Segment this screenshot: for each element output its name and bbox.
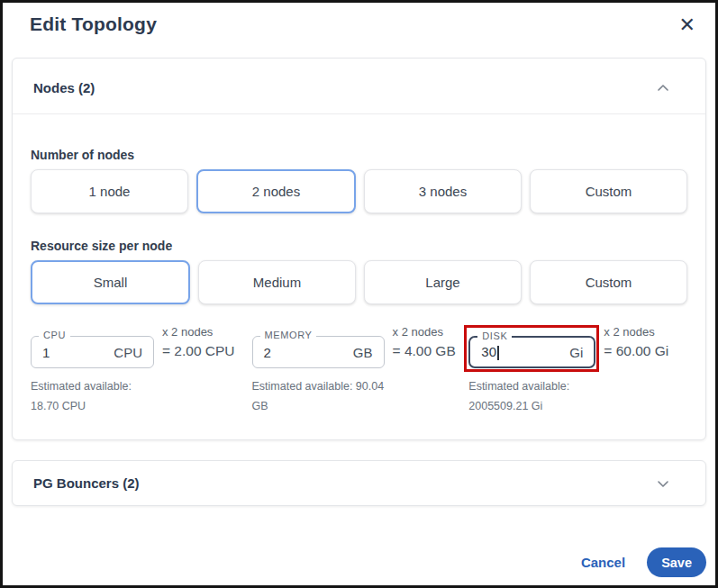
save-button[interactable]: Save <box>647 547 706 577</box>
memory-resource-column: MEMORY 2 GB x 2 nodes = 4.00 GB Estimate… <box>252 324 469 416</box>
option-2-nodes[interactable]: 2 nodes <box>196 169 356 213</box>
disk-input-value: 30 <box>481 344 498 360</box>
close-icon[interactable]: ✕ <box>676 14 699 37</box>
resource-size-label: Resource size per node <box>31 239 687 253</box>
memory-total: = 4.00 GB <box>393 343 456 359</box>
cpu-input-unit: CPU <box>114 345 142 360</box>
resource-inputs-row: CPU 1 CPU x 2 nodes = 2.00 CPU Estimated… <box>31 324 687 416</box>
disk-estimated-available: Estimated available: 2005509.21 Gi <box>468 376 613 416</box>
disk-input-label: DISK <box>477 330 512 341</box>
text-cursor <box>497 346 499 360</box>
cpu-estimated-available: Estimated available: 18.70 CPU <box>31 376 132 416</box>
resource-size-options: Small Medium Large Custom <box>31 260 687 304</box>
memory-estimated-available: Estimated available: 90.04 GB <box>252 376 387 416</box>
pg-bouncers-title: PG Bouncers (2) <box>33 475 140 491</box>
disk-multiplier-label: x 2 nodes <box>604 325 668 339</box>
disk-multiplier: x 2 nodes = 60.00 Gi <box>604 324 668 359</box>
cpu-input-label: CPU <box>39 330 70 340</box>
memory-input-label: MEMORY <box>260 330 317 340</box>
disk-input[interactable]: DISK 30 Gi <box>468 336 595 368</box>
chevron-up-icon[interactable] <box>657 82 669 95</box>
cpu-multiplier-label: x 2 nodes <box>162 325 235 339</box>
cpu-total: = 2.00 CPU <box>162 343 235 359</box>
dialog-footer: Cancel Save <box>581 547 706 577</box>
pg-bouncers-section: PG Bouncers (2) <box>12 460 706 506</box>
cancel-button[interactable]: Cancel <box>581 555 625 570</box>
disk-total: = 60.00 Gi <box>604 343 668 359</box>
option-size-custom[interactable]: Custom <box>530 260 687 304</box>
memory-input[interactable]: MEMORY 2 GB <box>252 336 385 368</box>
option-size-small[interactable]: Small <box>31 260 190 304</box>
cpu-resource-column: CPU 1 CPU x 2 nodes = 2.00 CPU Estimated… <box>31 324 252 416</box>
dialog-title: Edit Topology <box>30 14 157 35</box>
option-3-nodes[interactable]: 3 nodes <box>364 169 522 213</box>
dialog-header: Edit Topology ✕ <box>3 3 715 37</box>
nodes-section-body: Number of nodes 1 node 2 nodes 3 nodes C… <box>13 148 705 439</box>
cpu-input-value: 1 <box>42 345 50 360</box>
nodes-section-header[interactable]: Nodes (2) <box>13 59 705 114</box>
node-count-options: 1 node 2 nodes 3 nodes Custom <box>31 169 687 213</box>
nodes-section-title: Nodes (2) <box>33 80 95 95</box>
cpu-multiplier: x 2 nodes = 2.00 CPU <box>162 324 235 359</box>
memory-input-value: 2 <box>264 345 271 360</box>
option-custom-nodes[interactable]: Custom <box>530 169 687 213</box>
cpu-input[interactable]: CPU 1 CPU <box>31 336 154 368</box>
nodes-section: Nodes (2) Number of nodes 1 node 2 nodes… <box>12 58 706 440</box>
option-size-medium[interactable]: Medium <box>198 260 356 304</box>
option-size-large[interactable]: Large <box>364 260 522 304</box>
disk-resource-column: DISK 30 Gi x 2 nodes = 60.00 Gi Estimate… <box>468 324 687 416</box>
disk-input-unit: Gi <box>569 345 583 360</box>
pg-bouncers-header[interactable]: PG Bouncers (2) <box>13 461 705 505</box>
memory-multiplier: x 2 nodes = 4.00 GB <box>393 324 456 359</box>
memory-multiplier-label: x 2 nodes <box>393 325 456 339</box>
memory-input-unit: GB <box>353 345 373 360</box>
option-1-node[interactable]: 1 node <box>31 169 188 213</box>
chevron-down-icon[interactable] <box>657 477 669 490</box>
number-of-nodes-label: Number of nodes <box>31 148 687 162</box>
edit-topology-dialog: Edit Topology ✕ Nodes (2) Number of node… <box>0 0 718 588</box>
